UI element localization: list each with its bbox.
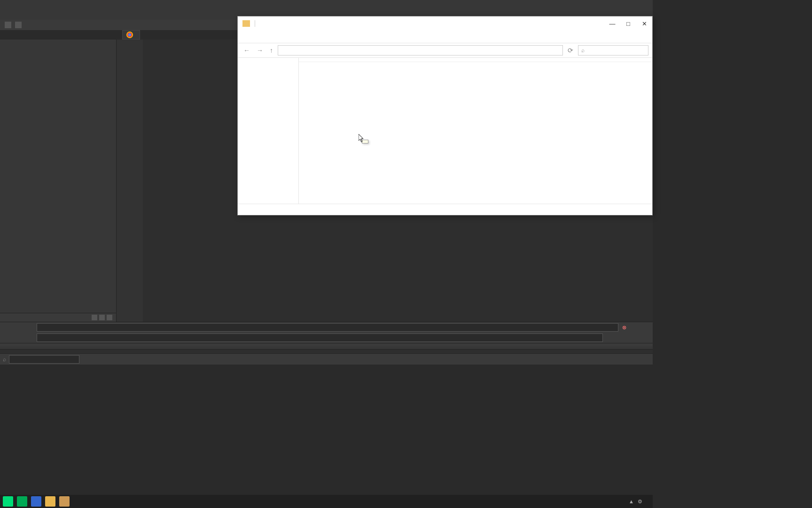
find-input[interactable] [37,323,618,332]
chrome-icon [126,32,133,38]
folder-icon [242,20,250,27]
breadcrumb[interactable] [278,45,563,56]
nav-back-icon[interactable]: ← [242,47,252,54]
project-tree[interactable] [0,40,116,313]
system-tray[interactable]: ▲ ⚙ [629,499,650,505]
explorer-search[interactable]: ⌕ [578,45,648,56]
nav-fwd-icon[interactable]: → [255,47,265,54]
open-documents-header [0,313,116,322]
windows-taskbar[interactable]: ▲ ⚙ [0,495,653,508]
search-icon: ⌕ [581,47,585,54]
column-headers[interactable] [299,58,652,62]
nav-up-icon[interactable]: ↑ [268,47,275,54]
fwd-icon[interactable] [15,22,22,28]
taskbar-app-3[interactable] [31,496,41,507]
back-icon[interactable] [5,22,11,28]
locator-input[interactable] [9,355,79,364]
find-replace-bar: ⊗ [0,322,653,343]
taskbar-app-4[interactable] [45,496,55,507]
maximize-button[interactable]: □ [620,16,636,31]
ribbon-tabs[interactable] [238,31,652,43]
locator-bar: ⌕ [0,353,653,365]
refresh-icon[interactable]: ⟳ [566,47,575,54]
taskbar-app-2[interactable] [17,496,27,507]
file-explorer-window: — □ ✕ ← → ↑ ⟳ ⌕ [237,16,653,215]
panel-header-icons[interactable] [92,315,112,320]
window-title [0,0,653,9]
tray-icon[interactable]: ▲ [629,499,634,504]
address-bar-row: ← → ↑ ⟳ ⌕ [238,43,652,58]
taskbar-app-1[interactable] [3,496,13,507]
tray-icon[interactable]: ⚙ [638,499,642,505]
explorer-statusbar [238,204,652,214]
find-clear-icon[interactable]: ⊗ [622,325,626,331]
taskbar-app-5[interactable] [59,496,70,507]
replace-input[interactable] [37,333,603,342]
close-button[interactable]: ✕ [636,16,652,31]
editor-tab-active[interactable] [122,30,140,40]
explorer-file-list[interactable] [299,58,652,204]
search-icon: ⌕ [3,356,6,363]
explorer-titlebar[interactable]: — □ ✕ [238,16,652,31]
file-tooltip [362,140,368,143]
editor-gutter [117,40,143,322]
output-pane [0,343,653,353]
explorer-nav-tree[interactable] [238,58,299,204]
minimize-button[interactable]: — [604,16,620,31]
output-tabs[interactable] [0,346,653,349]
left-sidebar [0,40,117,322]
output-body[interactable] [0,349,653,353]
open-documents-panel [0,313,116,322]
